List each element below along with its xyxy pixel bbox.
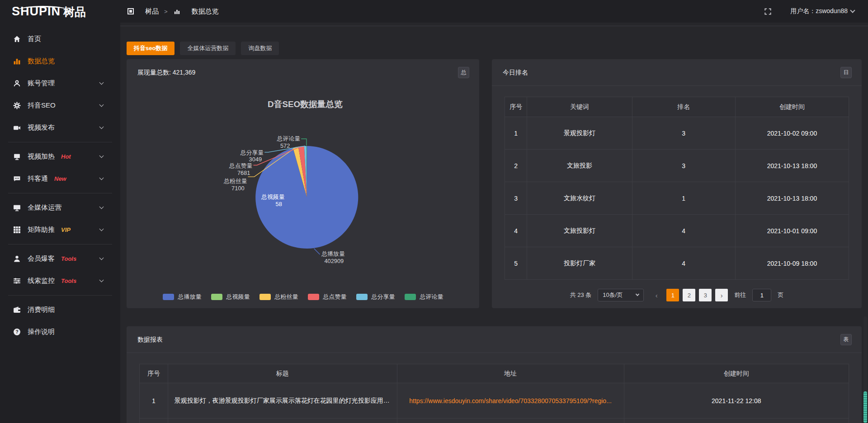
sidebar-item-douyin-seo[interactable]: 抖音SEO [0,94,120,117]
total-toggle-button[interactable]: 总 [458,67,469,78]
table-row: 2文旅投影32021-10-13 18:00 [505,150,849,182]
chevron-down-icon [850,8,855,13]
app-logo: SHUPIN 树品 [0,5,120,18]
svg-text:7681: 7681 [237,169,250,176]
sidebar-item-data-overview[interactable]: 数据总览 [0,50,120,72]
video-link[interactable]: https://www.iesdouyin.com/share/video/70… [409,397,612,404]
home-icon [13,35,21,43]
pie-chart[interactable]: D音SEO数据量总览总播放量402909总视频量58总粉丝量7100总点赞量76… [127,79,479,283]
legend-swatch [259,294,271,300]
table-row [140,418,849,423]
sidebar-item-home[interactable]: 首页 [0,28,120,50]
legend-item[interactable]: 总播放量 [163,293,202,301]
svg-text:572: 572 [280,142,290,149]
sidebar-item-doukingtong[interactable]: 抖客通 New [0,168,120,190]
svg-text:402909: 402909 [324,258,344,264]
legend-swatch [356,294,368,300]
chevron-down-icon [99,103,104,107]
chevron-down-icon [99,227,104,231]
sidebar-divider [8,193,112,193]
breadcrumb-separator: > [164,8,168,15]
user-icon [13,80,21,88]
svg-text:总点赞量: 总点赞量 [229,162,252,169]
sidebar: 首页 数据总览 账号管理 抖音SEO 视频发布 视频加热 Hot 抖客通 New… [0,23,120,423]
svg-text:?: ? [15,329,18,334]
chevron-down-icon [99,278,104,282]
sidebar-item-media-ops[interactable]: 全媒体运营 [0,197,120,219]
chevron-down-icon [99,154,104,158]
report-title: 数据报表 [137,336,163,344]
sidebar-item-help[interactable]: ? 操作说明 [0,321,120,343]
display-icon [13,153,21,161]
new-badge: New [54,175,66,182]
sidebar-divider [8,295,112,296]
legend-item[interactable]: 总分享量 [356,293,395,301]
panel-divider [492,85,862,86]
today-ranking-panel: 今日排名 日 序号 关键词 排名 创建时间 1景观投影灯32021-10-02 … [492,59,862,308]
vip-badge: VIP [61,226,71,233]
legend-item[interactable]: 总粉丝量 [259,293,298,301]
top-header: SHUPIN 树品 树品 > 数据总览 用户名：zswodun88 [0,0,868,23]
sidebar-item-video-publish[interactable]: 视频发布 [0,117,120,139]
tools-badge: Tools [61,255,76,262]
sidebar-divider [8,142,112,142]
sliders-icon [13,277,21,285]
page-button-2[interactable]: 2 [683,289,695,301]
svg-text:58: 58 [276,201,282,207]
svg-text:D音SEO数据量总览: D音SEO数据量总览 [268,99,343,109]
day-toggle-button[interactable]: 日 [840,67,852,78]
tab-inquiry-data[interactable]: 询盘数据 [241,42,279,55]
chevron-down-icon [99,256,104,260]
page-button-1[interactable]: 1 [666,289,679,301]
table-toggle-button[interactable]: 表 [840,334,852,345]
monitor-icon [13,204,21,212]
panel-divider [127,352,862,353]
tab-media-ops-data[interactable]: 全媒体运营数据 [180,42,236,55]
tab-douyin-seo[interactable]: 抖音seo数据 [127,42,175,55]
sidebar-item-video-heat[interactable]: 视频加热 Hot [0,146,120,168]
sidebar-item-leads-monitor[interactable]: 线索监控 Tools [0,270,120,292]
sidebar-item-member-burst[interactable]: 会员爆客 Tools [0,248,120,270]
chevron-down-icon [99,80,104,85]
legend-item[interactable]: 总视频量 [211,293,250,301]
data-tabs: 抖音seo数据 全媒体运营数据 询盘数据 [127,42,862,55]
chevron-down-icon [636,292,639,296]
breadcrumb: 树品 > 数据总览 [127,7,219,16]
sidebar-item-consumption[interactable]: 消费明细 [0,299,120,321]
ranking-title: 今日排名 [503,69,528,77]
logo-arc [18,6,68,14]
table-header-row: 序号 标题 地址 创建时间 [140,364,849,383]
sidebar-item-matrix-boost[interactable]: 矩阵助推 VIP [0,219,120,241]
tools-badge: Tools [61,277,76,284]
scrollbar-thumb[interactable] [863,391,867,423]
user-menu[interactable]: 用户名：zswodun88 [790,7,854,15]
svg-text:总评论量: 总评论量 [277,135,300,142]
page-size-select[interactable]: 10条/页 [598,289,644,301]
sidebar-item-account[interactable]: 账号管理 [0,72,120,94]
data-report-panel: 数据报表 表 序号 标题 地址 创建时间 1 景观投影灯，夜游景观投影灯厂家展示… [127,326,862,423]
bar-chart-icon [173,7,181,15]
chart-legend: 总播放量 总视频量 总粉丝量 总点赞量 总分享量 总评论量 [127,293,479,301]
legend-swatch [211,294,222,300]
prev-page-button[interactable]: ‹ [650,289,663,301]
created-time: 2021-11-22 12:08 [624,383,849,418]
legend-item[interactable]: 总点赞量 [308,293,347,301]
breadcrumb-current[interactable]: 数据总览 [192,7,219,16]
goto-page-input[interactable] [752,289,771,301]
legend-item[interactable]: 总评论量 [405,293,443,301]
video-title: 景观投影灯，夜游景观投影灯厂家展示展示落花灯在花园里的灯光投影应用效果 # [168,383,397,418]
chat-icon [13,175,21,183]
chevron-down-icon [99,176,104,180]
page-button-3[interactable]: 3 [699,289,712,301]
goto-suffix: 页 [778,291,783,299]
scrollbar-track[interactable] [863,316,867,423]
svg-text:总粉丝量: 总粉丝量 [223,178,247,184]
breadcrumb-root[interactable]: 树品 [145,7,159,16]
ranking-table: 序号 关键词 排名 创建时间 1景观投影灯32021-10-02 09:00 2… [505,97,849,280]
next-page-button[interactable]: › [715,289,728,301]
chevron-down-icon [99,125,104,129]
legend-swatch [163,294,174,300]
fullscreen-icon[interactable] [764,7,772,15]
legend-swatch [405,294,416,300]
seo-overview-panel: 展现量总数: 421,369 总 D音SEO数据量总览总播放量402909总视频… [127,59,479,308]
